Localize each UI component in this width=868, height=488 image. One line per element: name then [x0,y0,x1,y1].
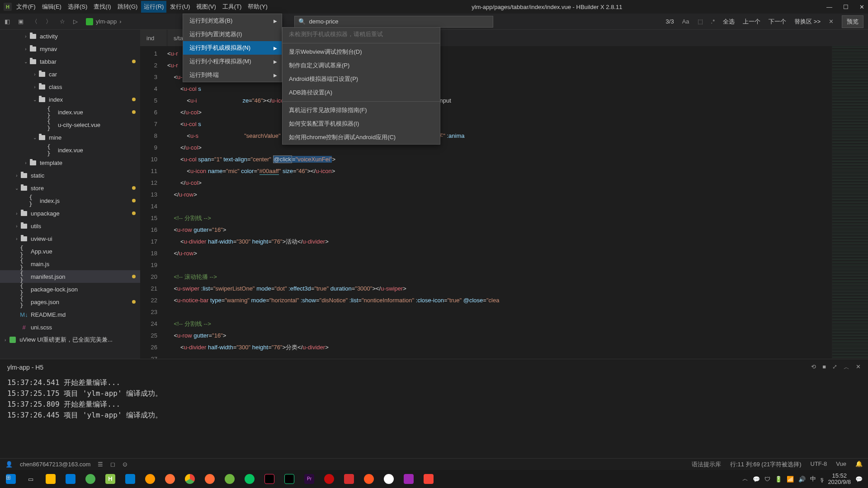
regex-icon[interactable]: .* [711,18,715,25]
vscode-icon[interactable] [121,470,139,488]
taskbar-app-4[interactable] [221,470,239,488]
menu-edit[interactable]: 编辑(E) [42,3,61,11]
start-button[interactable]: ⊞ [2,470,20,488]
console-refresh-icon[interactable]: ⟲ [811,363,816,371]
tray-ime-icon[interactable]: 中 [810,475,816,483]
replace-toggle[interactable]: 替换区 >> [794,18,821,26]
tree-item[interactable]: ›mynav [0,42,140,55]
submenu-item[interactable]: 如何安装配置手机模拟器(I) [283,117,440,131]
sidebar-notice[interactable]: › uView UI重磅更新，已全面完美兼... [0,333,140,346]
premiere-icon[interactable]: Pr [300,470,318,488]
maximize-button[interactable]: ☐ [843,4,849,10]
tree-item[interactable]: ›unpackage [0,207,140,220]
tree-item[interactable]: ›uview-ui [0,232,140,245]
submenu-item[interactable]: Android模拟器端口设置(P) [283,72,440,86]
intellij-icon[interactable] [260,470,278,488]
tree-item[interactable]: { }index.vue [0,106,140,118]
pycharm-icon[interactable] [280,470,298,488]
tray-icon-2[interactable]: 🛡 [764,476,770,483]
tree-item[interactable]: ⌄tabbar [0,55,140,68]
select-all-button[interactable]: 全选 [723,18,735,26]
menu-item[interactable]: 运行到浏览器(B)▶ [183,14,282,28]
menu-goto[interactable]: 跳转(G) [118,3,138,11]
menu-help[interactable]: 帮助(Y) [248,3,267,11]
tree-item[interactable]: ⌄mine [0,131,140,144]
save-icon[interactable]: ▣ [18,18,24,25]
status-icon-2[interactable]: ◻ [110,461,115,468]
star-icon[interactable]: ☆ [60,18,65,25]
tree-item[interactable]: { }manifest.json [0,270,140,283]
menu-item[interactable]: 运行到终端▶ [183,68,282,82]
menu-publish[interactable]: 发行(U) [170,3,190,11]
taskbar-app-3[interactable] [141,470,159,488]
taskbar-app-2[interactable] [81,470,99,488]
tree-item[interactable]: ⌄index [0,93,140,106]
taskbar-app-1[interactable] [61,470,80,488]
tree-item[interactable]: ›template [0,156,140,169]
tray-clock[interactable]: 15:52 2020/9/8 [828,473,851,485]
tray-volume-icon[interactable]: 🔊 [798,476,806,483]
breadcrumb[interactable]: ylm-app › [86,18,122,25]
status-hint[interactable]: 语法提示库 [692,460,721,469]
menu-item[interactable]: 运行到小程序模拟器(M)▶ [183,55,282,68]
menu-select[interactable]: 选择(S) [68,3,87,11]
tree-item[interactable]: { }App.vue [0,245,140,258]
status-encoding[interactable]: UTF-8 [811,460,827,469]
tree-item[interactable]: { }index.js [0,194,140,207]
tree-item[interactable]: { }u-city-select.vue [0,118,140,131]
menu-find[interactable]: 查找(I) [94,3,111,11]
taskbar-app-7[interactable] [400,470,418,488]
panel-toggle-icon[interactable]: ◧ [5,18,10,25]
console-stop-icon[interactable]: ■ [822,363,826,371]
code-content[interactable]: <u-r <u-r <u-row gutte <u-col s <u-i ze=… [163,46,832,359]
console-output[interactable]: 15:37:24.541 开始差量编译... 15:37:25.175 项目 '… [0,375,868,458]
console-collapse-icon[interactable]: ︿ [844,363,849,371]
minimize-button[interactable]: — [826,4,832,10]
status-user[interactable]: chen867647213@163.com [20,461,90,468]
close-search-icon[interactable]: ✕ [829,18,834,25]
tree-item[interactable]: ›static [0,169,140,182]
console-close-icon[interactable]: ✕ [856,363,861,371]
task-view-icon[interactable]: ▭ [22,470,40,488]
tree-item[interactable]: M↓README.md [0,308,140,321]
tray-expand-icon[interactable]: ︿ [742,475,748,483]
menu-tools[interactable]: 工具(T) [222,3,242,11]
word-icon[interactable]: ⬚ [698,18,703,25]
status-cursor[interactable]: 行:11 列:69 (21字符被选择) [730,460,802,469]
search-input[interactable]: 🔍 demo-price [294,16,493,28]
submenu-item[interactable]: 如何用chrome控制台调试Android应用(C) [283,131,440,144]
submenu-item[interactable]: 显示Webview调试控制台(D) [283,45,440,59]
netease-icon[interactable] [320,470,338,488]
postman-icon[interactable] [201,470,219,488]
hbuilder-icon[interactable]: H [101,470,119,488]
taskbar-app-5[interactable] [340,470,358,488]
tree-item[interactable]: { }package-lock.json [0,283,140,296]
tab-0[interactable]: ind [140,30,167,46]
menu-run[interactable]: 运行(R) [141,1,166,13]
nav-forward-icon[interactable]: 〉 [46,18,52,26]
preview-button[interactable]: 预览 [842,15,863,28]
github-icon[interactable] [380,470,398,488]
tray-icon-1[interactable]: 💬 [753,476,760,483]
console-popout-icon[interactable]: ⤢ [832,363,837,371]
run-icon[interactable]: ▷ [73,18,78,25]
chrome-icon[interactable] [181,470,199,488]
next-match-button[interactable]: 下一个 [769,18,786,26]
tree-item[interactable]: { }pages.json [0,296,140,308]
menu-item[interactable]: 运行到内置浏览器(I) [183,28,282,41]
status-icon-3[interactable]: ⊙ [123,461,127,468]
submenu-item[interactable]: 制作自定义调试基座(P) [283,59,440,72]
prev-match-button[interactable]: 上一个 [743,18,760,26]
bell-icon[interactable]: 🔔 [855,460,863,469]
user-icon[interactable]: 👤 [5,461,13,468]
tree-item[interactable]: ›activity [0,30,140,42]
tray-wifi-icon[interactable]: 📶 [787,476,794,483]
case-icon[interactable]: Aa [682,18,689,25]
tree-item[interactable]: { }index.vue [0,144,140,156]
tree-item[interactable]: ›car [0,68,140,80]
submenu-item[interactable]: ADB路径设置(A) [283,86,440,99]
tree-item[interactable]: { }main.js [0,258,140,270]
wechat-icon[interactable] [241,470,259,488]
menu-file[interactable]: 文件(F) [16,3,36,11]
notification-center-icon[interactable]: 💬 [855,476,863,483]
